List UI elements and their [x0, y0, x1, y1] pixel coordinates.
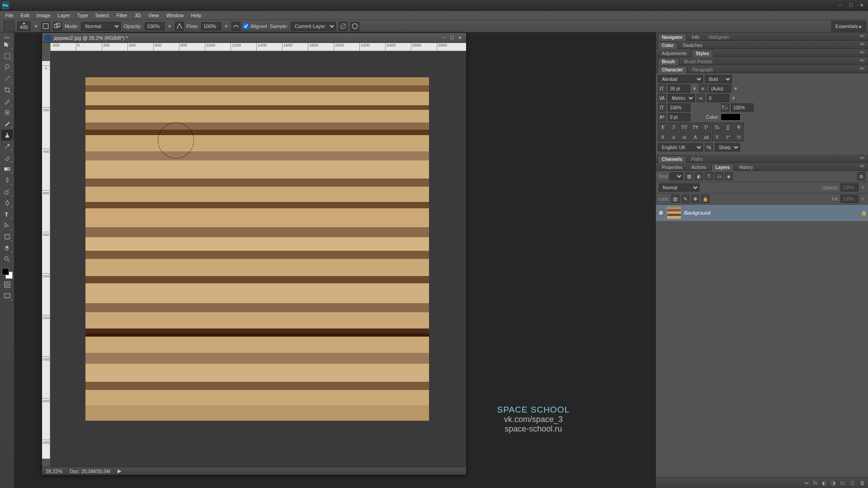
zoom-level[interactable]: 28,22% — [46, 469, 62, 474]
arrow-down-icon[interactable]: ▼ — [167, 23, 172, 29]
tab-brush-presets[interactable]: Brush Presets — [680, 58, 717, 65]
screen-mode-button[interactable] — [1, 291, 13, 301]
sample-select[interactable]: Current Layer — [291, 22, 336, 31]
dodge-tool[interactable] — [1, 186, 13, 197]
tab-histogram[interactable]: Histogram — [704, 33, 733, 41]
kind-filter-select[interactable]: ≡ — [670, 172, 683, 180]
zoom-tool[interactable] — [1, 254, 13, 265]
hand-tool[interactable] — [1, 243, 13, 253]
font-style-select[interactable]: Bold — [705, 75, 732, 83]
baseline-input[interactable] — [668, 113, 690, 121]
layer-name[interactable]: Background — [684, 210, 711, 216]
tab-adjustments[interactable]: Adjustments — [658, 50, 691, 57]
tab-styles[interactable]: Styles — [692, 50, 713, 57]
small-caps-button[interactable]: Tᴛ — [690, 122, 700, 131]
shape-tool[interactable] — [1, 231, 13, 242]
doc-close-button[interactable]: ✕ — [456, 35, 463, 41]
menu-window[interactable]: Window — [162, 12, 187, 19]
tab-navigator[interactable]: Navigator — [658, 33, 687, 41]
faux-italic-button[interactable]: T — [669, 122, 679, 131]
ruler-vertical[interactable]: 020040060080010001200140016001800 — [42, 61, 50, 459]
tab-actions[interactable]: Actions — [688, 164, 711, 171]
pressure-size-button[interactable] — [350, 22, 359, 31]
filter-type-icon[interactable]: T — [705, 172, 713, 180]
menu-select[interactable]: Select — [92, 12, 113, 19]
filter-shape-icon[interactable]: ▭ — [715, 172, 723, 180]
tracking-input[interactable] — [707, 94, 729, 102]
blend-mode-select[interactable]: Normal — [659, 183, 699, 192]
move-tool[interactable] — [1, 39, 13, 50]
panel-menu-icon[interactable]: ▾≡ — [860, 164, 866, 169]
tab-channels[interactable]: Channels — [658, 155, 686, 163]
delete-layer-icon[interactable]: 🗑 — [860, 480, 865, 486]
foreground-color[interactable] — [2, 268, 9, 275]
all-caps-button[interactable]: TT — [679, 122, 689, 131]
ot-stylistic-button[interactable]: ad — [701, 132, 711, 141]
crop-tool[interactable] — [1, 84, 13, 95]
language-select[interactable]: English: UK — [658, 143, 703, 151]
panel-menu-icon[interactable]: ▾≡ — [860, 33, 866, 39]
menu-edit[interactable]: Edit — [17, 12, 33, 19]
tab-history[interactable]: History — [735, 164, 757, 171]
antialias-select[interactable]: Sharp — [715, 143, 740, 151]
toggle-brush-panel-button[interactable] — [41, 22, 50, 31]
color-swatch[interactable] — [2, 268, 13, 279]
font-family-select[interactable]: Akrobat — [658, 75, 703, 83]
eyedropper-tool[interactable] — [1, 96, 13, 107]
tab-brush[interactable]: Brush — [658, 58, 679, 65]
layer-thumbnail[interactable] — [667, 206, 681, 219]
type-tool[interactable]: T — [1, 209, 13, 220]
filter-smart-icon[interactable]: ◈ — [725, 172, 733, 180]
strikethrough-button[interactable]: T — [734, 122, 744, 131]
panel-menu-icon[interactable]: ▾≡ — [860, 58, 866, 63]
window-maximize-button[interactable]: ☐ — [846, 2, 855, 9]
lock-pixels-icon[interactable]: ✎ — [681, 195, 689, 203]
menu-help[interactable]: Help — [188, 12, 205, 19]
tab-properties[interactable]: Properties — [658, 164, 687, 171]
menu-view[interactable]: View — [145, 12, 163, 19]
menu-filter[interactable]: Filter — [113, 12, 131, 19]
pressure-opacity-button[interactable] — [175, 22, 184, 31]
tab-swatches[interactable]: Swatches — [679, 42, 706, 49]
history-brush-tool[interactable] — [1, 141, 13, 152]
tab-layers[interactable]: Layers — [711, 164, 734, 171]
link-layers-icon[interactable]: ⇔ — [804, 480, 809, 486]
panel-menu-icon[interactable]: ▾≡ — [860, 66, 866, 71]
brush-tool[interactable] — [1, 118, 13, 129]
ignore-adjustment-button[interactable] — [339, 22, 348, 31]
arrow-down-icon[interactable]: ▼ — [224, 23, 229, 29]
doc-size[interactable]: Doc: 20,5M/20,5M — [70, 469, 110, 474]
lock-position-icon[interactable]: ✥ — [691, 195, 699, 203]
adjustment-layer-icon[interactable]: ◑ — [831, 480, 835, 486]
filter-pixel-icon[interactable]: ▨ — [685, 172, 693, 180]
hscale-input[interactable] — [731, 103, 754, 112]
layer-mask-icon[interactable]: ◐ — [822, 480, 826, 486]
lock-all-icon[interactable]: 🔒 — [701, 195, 709, 203]
blur-tool[interactable] — [1, 175, 13, 186]
filter-toggle-switch[interactable]: ⊘ — [857, 172, 865, 180]
doc-minimize-button[interactable]: ─ — [440, 35, 447, 41]
eraser-tool[interactable] — [1, 152, 13, 163]
font-size-input[interactable] — [668, 84, 690, 93]
ruler-horizontal[interactable]: -200020040060080010001200140016001800200… — [50, 43, 466, 51]
visibility-icon[interactable] — [658, 210, 664, 216]
vscale-input[interactable] — [668, 103, 690, 112]
menu-layer[interactable]: Layer — [54, 12, 74, 19]
group-icon[interactable]: 🗀 — [840, 480, 845, 486]
menu-image[interactable]: Image — [33, 12, 54, 19]
mode-select[interactable]: Normal — [81, 22, 121, 31]
clone-source-panel-button[interactable] — [53, 22, 62, 31]
ot-titling-button[interactable]: T — [712, 132, 722, 141]
tab-paragraph[interactable]: Paragraph — [688, 66, 717, 73]
tab-paths[interactable]: Paths — [687, 155, 707, 163]
quick-mask-button[interactable] — [1, 279, 13, 290]
superscript-button[interactable]: T¹ — [701, 122, 711, 131]
clone-stamp-tool[interactable] — [1, 130, 13, 141]
filter-adjustment-icon[interactable]: ◐ — [695, 172, 703, 180]
aligned-checkbox[interactable]: Aligned — [243, 23, 267, 29]
new-layer-icon[interactable]: 🗋 — [850, 480, 855, 486]
menu-type[interactable]: Type — [74, 12, 92, 19]
ot-swash-button[interactable]: A — [690, 132, 700, 141]
underline-button[interactable]: T — [723, 122, 733, 131]
canvas[interactable] — [50, 51, 466, 467]
